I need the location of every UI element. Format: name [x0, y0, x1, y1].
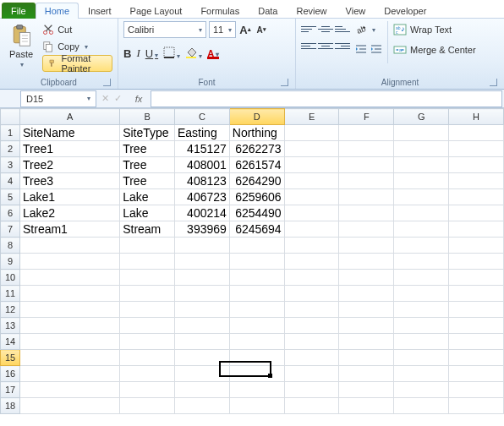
cell[interactable]	[339, 238, 394, 254]
font-size-select[interactable]: 11 ▾	[209, 21, 236, 38]
cell[interactable]: Tree2	[20, 157, 120, 173]
cell[interactable]	[174, 334, 229, 350]
cell[interactable]: Tree1	[20, 141, 120, 157]
font-name-select[interactable]: Calibri ▾	[123, 21, 206, 38]
cell[interactable]	[20, 254, 120, 270]
col-header-B[interactable]: B	[120, 109, 175, 125]
cut-button[interactable]: Cut	[42, 21, 112, 38]
cell[interactable]	[284, 302, 339, 318]
paste-button[interactable]: Paste ▾	[5, 21, 37, 71]
cell[interactable]	[394, 334, 449, 350]
cell[interactable]	[20, 318, 120, 334]
cell[interactable]	[449, 141, 504, 157]
cell[interactable]	[284, 205, 339, 221]
row-header[interactable]: 3	[1, 157, 20, 173]
cell[interactable]	[394, 189, 449, 205]
orientation-button[interactable]: ab▾	[355, 21, 382, 38]
tab-formulas[interactable]: Formulas	[191, 3, 249, 19]
cell[interactable]	[120, 382, 175, 398]
cell[interactable]	[339, 141, 394, 157]
cell[interactable]	[449, 398, 504, 414]
cell[interactable]	[449, 318, 504, 334]
cell[interactable]	[229, 366, 284, 382]
cell[interactable]	[284, 254, 339, 270]
cell[interactable]	[229, 254, 284, 270]
cell[interactable]	[449, 125, 504, 141]
cell[interactable]: Stream	[120, 221, 175, 238]
cell[interactable]	[394, 141, 449, 157]
cell[interactable]	[284, 286, 339, 302]
cell[interactable]: Tree	[120, 173, 175, 189]
cell[interactable]	[394, 302, 449, 318]
row-header[interactable]: 13	[1, 318, 20, 334]
cell[interactable]: 408001	[174, 157, 229, 173]
cell[interactable]	[284, 270, 339, 286]
cell[interactable]	[120, 286, 175, 302]
cell[interactable]	[339, 254, 394, 270]
decrease-indent-button[interactable]	[355, 43, 367, 57]
cell[interactable]	[174, 398, 229, 414]
col-header-C[interactable]: C	[174, 109, 229, 125]
cell[interactable]	[394, 350, 449, 366]
name-box[interactable]: D15 ▾	[20, 90, 96, 107]
cell[interactable]	[120, 270, 175, 286]
row-header[interactable]: 2	[1, 141, 20, 157]
cell[interactable]: Easting	[174, 125, 229, 141]
cell[interactable]	[449, 189, 504, 205]
cell[interactable]	[174, 238, 229, 254]
cell[interactable]	[339, 221, 394, 238]
cell[interactable]	[120, 398, 175, 414]
cell[interactable]	[449, 205, 504, 221]
row-header[interactable]: 11	[1, 286, 20, 302]
cell[interactable]	[20, 334, 120, 350]
wrap-text-button[interactable]: abc Wrap Text	[393, 21, 476, 38]
cell[interactable]	[394, 318, 449, 334]
cell[interactable]	[339, 350, 394, 366]
cell[interactable]	[120, 238, 175, 254]
cell[interactable]: 400214	[174, 205, 229, 221]
cell[interactable]	[229, 318, 284, 334]
row-header[interactable]: 17	[1, 382, 20, 398]
cell[interactable]	[174, 350, 229, 366]
cell[interactable]	[394, 173, 449, 189]
tab-page-layout[interactable]: Page Layout	[121, 3, 192, 19]
cell[interactable]	[20, 350, 120, 366]
cell[interactable]	[284, 125, 339, 141]
cell[interactable]: 406723	[174, 189, 229, 205]
grid[interactable]: A B C D E F G H 1SiteNameSiteTypeEasting…	[0, 108, 504, 414]
align-middle-button[interactable]	[318, 21, 333, 36]
fx-icon[interactable]: fx	[130, 94, 147, 104]
row-header[interactable]: 16	[1, 366, 20, 382]
col-header-D[interactable]: D	[229, 109, 284, 125]
cell[interactable]	[394, 205, 449, 221]
cell[interactable]	[394, 157, 449, 173]
cell[interactable]	[339, 334, 394, 350]
cell[interactable]	[284, 366, 339, 382]
cell[interactable]	[229, 286, 284, 302]
cell[interactable]: 6259606	[229, 189, 284, 205]
cell[interactable]: 6262273	[229, 141, 284, 157]
row-header[interactable]: 5	[1, 189, 20, 205]
cell[interactable]	[449, 286, 504, 302]
cell[interactable]: 415127	[174, 141, 229, 157]
cell[interactable]	[284, 173, 339, 189]
cell[interactable]: Lake1	[20, 189, 120, 205]
cell[interactable]	[229, 238, 284, 254]
cell[interactable]: Stream1	[20, 221, 120, 238]
row-header[interactable]: 4	[1, 173, 20, 189]
cell[interactable]	[174, 302, 229, 318]
cell[interactable]	[339, 318, 394, 334]
align-center-button[interactable]	[318, 38, 333, 53]
cell[interactable]	[284, 141, 339, 157]
cell[interactable]	[339, 125, 394, 141]
cell[interactable]	[339, 366, 394, 382]
cell[interactable]	[449, 270, 504, 286]
fill-color-button[interactable]: ▾	[185, 46, 202, 60]
cell[interactable]	[449, 350, 504, 366]
cell[interactable]	[20, 382, 120, 398]
cell[interactable]	[394, 286, 449, 302]
row-header[interactable]: 8	[1, 238, 20, 254]
row-header[interactable]: 14	[1, 334, 20, 350]
cell[interactable]	[339, 205, 394, 221]
column-headers[interactable]: A B C D E F G H	[1, 109, 504, 125]
